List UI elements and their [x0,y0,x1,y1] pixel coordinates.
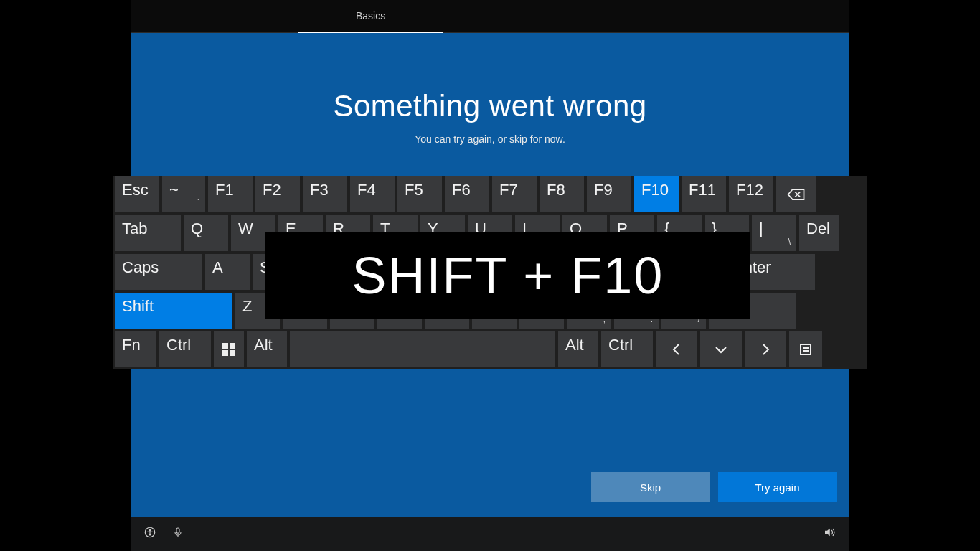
key-space[interactable] [290,331,555,367]
key-menu[interactable] [789,331,822,367]
key-f4[interactable]: F4 [350,176,395,212]
osk-row-5: Fn Ctrl Alt Alt Ctrl [115,331,865,367]
tab-bar: Basics [131,0,849,33]
volume-icon[interactable] [822,529,837,541]
key-backspace[interactable] [776,176,816,212]
svg-point-1 [149,529,151,531]
key-f11[interactable]: F11 [682,176,726,212]
windows-icon [222,343,235,356]
key-f10[interactable]: F10 [634,176,679,212]
menu-icon [796,341,816,358]
svg-rect-3 [801,344,811,354]
ease-of-access-icon[interactable] [143,526,156,542]
backspace-icon [786,186,806,203]
key-tab[interactable]: Tab [115,215,181,251]
try-again-button[interactable]: Try again [718,472,837,502]
key-arrow-down[interactable] [700,331,742,367]
key-windows[interactable] [214,331,244,367]
key-arrow-right[interactable] [745,331,786,367]
chevron-down-icon [711,341,731,358]
key-f6[interactable]: F6 [445,176,489,212]
chevron-right-icon [755,341,776,358]
microphone-icon[interactable] [172,526,184,542]
shortcut-overlay: SHIFT + F10 [265,232,750,319]
key-f7[interactable]: F7 [492,176,537,212]
key-ctrl-left[interactable]: Ctrl [159,331,211,367]
key-f5[interactable]: F5 [397,176,442,212]
key-f12[interactable]: F12 [729,176,773,212]
key-esc[interactable]: Esc [115,176,159,212]
key-alt-left[interactable]: Alt [247,331,287,367]
key-f1[interactable]: F1 [208,176,253,212]
screen: Basics Something went wrong You can try … [0,0,980,551]
key-tilde-label: ~ [169,181,179,199]
button-row: Skip Try again [591,472,837,502]
page-title: Something went wrong [131,89,849,123]
key-f9[interactable]: F9 [587,176,631,212]
osk-row-1: Esc ~` F1 F2 F3 F4 F5 F6 F7 F8 F9 F10 F1… [115,176,865,212]
key-f3[interactable]: F3 [303,176,347,212]
page-subtitle: You can try again, or skip for now. [131,133,849,145]
key-shift-left[interactable]: Shift [115,293,232,329]
key-caps[interactable]: Caps [115,254,202,290]
key-f2[interactable]: F2 [255,176,300,212]
tab-basics[interactable]: Basics [298,0,443,32]
key-fn[interactable]: Fn [115,331,156,367]
key-backslash[interactable]: |\ [752,215,796,251]
key-tilde-sub: ` [197,198,199,208]
key-tilde[interactable]: ~` [162,176,205,212]
key-sub: \ [788,237,791,247]
key-q[interactable]: Q [184,215,228,251]
key-label: | [759,220,763,238]
key-f8[interactable]: F8 [540,176,584,212]
chevron-left-icon [666,341,687,358]
key-del[interactable]: Del [799,215,839,251]
key-ctrl-right[interactable]: Ctrl [601,331,653,367]
key-a[interactable]: A [205,254,250,290]
skip-button[interactable]: Skip [591,472,710,502]
svg-rect-2 [176,528,179,533]
key-arrow-left[interactable] [656,331,697,367]
key-alt-right[interactable]: Alt [558,331,598,367]
taskbar [131,517,849,551]
